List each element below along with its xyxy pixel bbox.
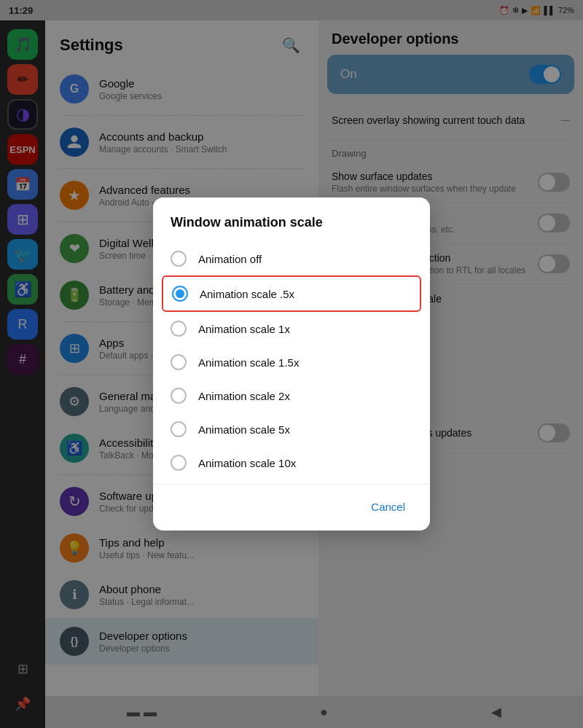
modal-option-2x[interactable]: Animation scale 2x [153, 379, 430, 412]
modal-cancel-row: Cancel [153, 489, 430, 523]
modal-label-5x: Animation scale 5x [198, 423, 290, 436]
modal-label-05x: Animation scale .5x [200, 288, 294, 300]
modal-label-1x: Animation scale 1x [198, 323, 290, 335]
modal-option-05x[interactable]: Animation scale .5x [162, 275, 421, 312]
cancel-button[interactable]: Cancel [364, 496, 412, 517]
radio-10x[interactable] [171, 455, 187, 471]
modal-label-10x: Animation scale 10x [198, 457, 296, 469]
window-animation-modal: Window animation scale Animation off Ani… [153, 197, 430, 531]
modal-overlay: Window animation scale Animation off Ani… [0, 0, 583, 728]
modal-label-off: Animation off [198, 253, 262, 265]
radio-off[interactable] [171, 251, 187, 267]
modal-label-2x: Animation scale 2x [198, 390, 290, 402]
modal-option-off[interactable]: Animation off [153, 242, 430, 275]
modal-title: Window animation scale [153, 215, 430, 242]
radio-05x[interactable] [172, 286, 188, 302]
radio-5x[interactable] [171, 421, 187, 437]
modal-option-10x[interactable]: Animation scale 10x [153, 446, 430, 480]
modal-option-1x[interactable]: Animation scale 1x [153, 312, 430, 345]
modal-label-15x: Animation scale 1.5x [198, 356, 299, 369]
radio-15x[interactable] [171, 354, 187, 370]
modal-option-5x[interactable]: Animation scale 5x [153, 412, 430, 446]
radio-1x[interactable] [171, 321, 187, 337]
radio-2x[interactable] [171, 388, 187, 404]
modal-option-15x[interactable]: Animation scale 1.5x [153, 345, 430, 379]
modal-divider [153, 484, 430, 485]
